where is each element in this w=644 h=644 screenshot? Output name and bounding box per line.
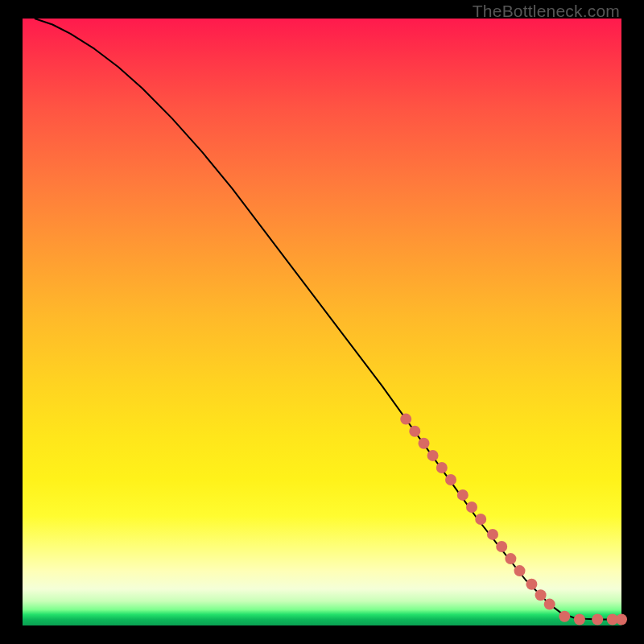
curve-svg xyxy=(23,19,621,625)
highlight-dot xyxy=(544,599,555,610)
highlight-dot xyxy=(466,502,477,513)
highlight-dot xyxy=(457,489,469,501)
highlight-dot xyxy=(592,614,603,625)
chart-frame: TheBottleneck.com xyxy=(0,0,644,644)
highlight-dot xyxy=(574,614,585,625)
highlight-dot xyxy=(400,414,411,425)
highlight-dot xyxy=(475,514,486,525)
highlight-dot xyxy=(535,589,547,601)
plot-area xyxy=(23,19,621,625)
highlight-dot xyxy=(436,462,448,473)
highlight-dot xyxy=(487,529,498,540)
highlight-dot xyxy=(505,553,516,564)
highlight-dot xyxy=(409,426,420,437)
highlight-dot xyxy=(419,438,430,449)
highlight-dot xyxy=(445,474,456,485)
highlight-dot xyxy=(496,541,507,552)
highlight-dot xyxy=(514,565,526,576)
highlight-dot xyxy=(526,579,537,590)
highlight-dot xyxy=(559,611,570,622)
main-curve xyxy=(35,19,621,620)
highlight-dots-group xyxy=(400,414,627,625)
highlight-dot xyxy=(616,614,627,625)
highlight-dot xyxy=(427,450,439,461)
